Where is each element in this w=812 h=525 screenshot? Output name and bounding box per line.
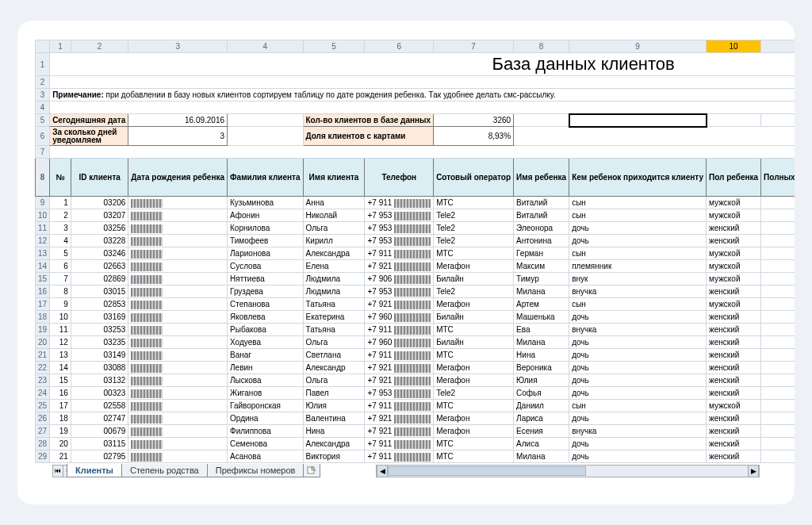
cell-gender[interactable]: женский xyxy=(707,450,761,463)
cell-dob[interactable] xyxy=(128,374,228,387)
cell-age[interactable]: ✓ 2 xyxy=(761,311,795,324)
row-header[interactable]: 1 xyxy=(36,53,50,76)
cell-gender[interactable]: женский xyxy=(707,285,761,298)
row-header[interactable]: 12 xyxy=(36,235,50,247)
cell-phone[interactable]: +7 953 xyxy=(365,209,434,222)
cell-id[interactable]: 03149 xyxy=(71,349,128,362)
cell-phone[interactable]: +7 921 xyxy=(365,425,434,438)
th-phone[interactable]: Телефон xyxy=(365,159,434,197)
col-header[interactable]: 9 xyxy=(569,40,707,53)
cell-phone[interactable]: +7 953 xyxy=(365,387,434,400)
cell-surname[interactable]: Ходуева xyxy=(228,336,303,349)
clients-count-value[interactable]: 3260 xyxy=(434,114,514,127)
cell-phone[interactable]: +7 921 xyxy=(365,374,434,387)
cell-gender[interactable]: женский xyxy=(707,387,761,400)
cell-surname[interactable]: Лыскова xyxy=(228,374,303,387)
cell-name[interactable]: Валентина xyxy=(303,412,365,425)
cell-name[interactable]: Татьяна xyxy=(303,298,365,311)
scroll-thumb[interactable] xyxy=(388,466,586,476)
row-header[interactable]: 13 xyxy=(36,247,50,260)
cell-age[interactable]: ✓ 2 xyxy=(761,285,795,298)
cell-name[interactable]: Ольга xyxy=(303,222,365,235)
col-header[interactable]: 4 xyxy=(228,40,303,53)
tab-nav-first[interactable]: ⏮ xyxy=(52,465,63,477)
cell-id[interactable]: 02869 xyxy=(71,273,128,285)
cell-surname[interactable]: Левин xyxy=(228,362,303,374)
cell-n[interactable]: 8 xyxy=(50,285,71,298)
cell-phone[interactable]: +7 911 xyxy=(365,247,434,260)
cell-id[interactable]: 02558 xyxy=(71,400,128,412)
cell-operator[interactable]: Tele2 xyxy=(434,285,514,298)
row-header[interactable]: 2 xyxy=(36,76,50,89)
cell-name[interactable]: Людмила xyxy=(303,285,365,298)
cell-n[interactable]: 4 xyxy=(50,235,71,247)
cell-phone[interactable]: +7 921 xyxy=(365,362,434,374)
th-age[interactable]: Полных лет ребенку на сегодня xyxy=(761,159,795,197)
cell-n[interactable]: 19 xyxy=(50,425,71,438)
cell-gender[interactable]: женский xyxy=(707,311,761,324)
cell-operator[interactable]: Мегафон xyxy=(434,260,514,273)
cell-surname[interactable]: Суслова xyxy=(228,260,303,273)
cell-gender[interactable]: мужской xyxy=(707,197,761,209)
row-header[interactable]: 22 xyxy=(36,362,50,374)
th-dob[interactable]: Дата рождения ребенка xyxy=(128,159,228,197)
cell-name[interactable]: Александра xyxy=(303,247,365,260)
cell-name[interactable]: Нина xyxy=(303,425,365,438)
cell-surname[interactable]: Жиганов xyxy=(228,387,303,400)
cell-gender[interactable]: женский xyxy=(707,324,761,336)
row-header[interactable]: 21 xyxy=(36,349,50,362)
cell-operator[interactable]: Мегафон xyxy=(434,374,514,387)
row-header[interactable]: 28 xyxy=(36,438,50,450)
cell-name[interactable]: Ольга xyxy=(303,336,365,349)
cell-n[interactable]: 9 xyxy=(50,298,71,311)
cell-operator[interactable]: Tele2 xyxy=(434,209,514,222)
cell-id[interactable]: 03115 xyxy=(71,438,128,450)
cell-name[interactable]: Анна xyxy=(303,197,365,209)
cell-relation[interactable]: дочь xyxy=(569,235,707,247)
sheet-title[interactable]: База данных клиентов xyxy=(50,53,795,76)
cell-age[interactable]: ✓ 2 xyxy=(761,273,795,285)
col-header[interactable]: 8 xyxy=(514,40,569,53)
cell-n[interactable]: 7 xyxy=(50,273,71,285)
cell-surname[interactable]: Рыбакова xyxy=(228,324,303,336)
cell-n[interactable]: 5 xyxy=(50,247,71,260)
th-id[interactable]: ID клиента xyxy=(71,159,128,197)
cell-operator[interactable]: Мегафон xyxy=(434,425,514,438)
cell-n[interactable]: 11 xyxy=(50,324,71,336)
cell-phone[interactable]: +7 911 xyxy=(365,349,434,362)
cell[interactable] xyxy=(50,146,795,159)
cell-gender[interactable]: женский xyxy=(707,438,761,450)
cell-child[interactable]: Тимур xyxy=(514,273,569,285)
cards-share-value[interactable]: 8,93% xyxy=(434,127,514,146)
cell-child[interactable]: Машенька xyxy=(514,311,569,324)
row-header[interactable]: 27 xyxy=(36,425,50,438)
cell-dob[interactable] xyxy=(128,285,228,298)
row-header[interactable]: 25 xyxy=(36,400,50,412)
cell-child[interactable]: Ева xyxy=(514,324,569,336)
cell-gender[interactable]: женский xyxy=(707,374,761,387)
clients-count-label[interactable]: Кол-во клиентов в базе данных xyxy=(303,114,434,127)
sheet-tab[interactable]: Префиксы номеров xyxy=(207,464,304,477)
cell-relation[interactable]: сын xyxy=(569,247,707,260)
cell-id[interactable]: 02747 xyxy=(71,412,128,425)
cell-dob[interactable] xyxy=(128,235,228,247)
cell-dob[interactable] xyxy=(128,450,228,463)
cell-phone[interactable]: +7 911 xyxy=(365,450,434,463)
cell-relation[interactable]: дочь xyxy=(569,450,707,463)
cell-age[interactable]: ✓ 2 xyxy=(761,260,795,273)
cell-age[interactable]: ✓ 2 xyxy=(761,387,795,400)
cell-gender[interactable]: женский xyxy=(707,222,761,235)
cell-operator[interactable]: Билайн xyxy=(434,273,514,285)
cell-name[interactable]: Павел xyxy=(303,387,365,400)
th-surname[interactable]: Фамилия клиента xyxy=(228,159,303,197)
cell-id[interactable]: 03015 xyxy=(71,285,128,298)
cell-relation[interactable]: внучка xyxy=(569,285,707,298)
cell-child[interactable]: Алиса xyxy=(514,438,569,450)
cell-age[interactable]: ✓ 2 xyxy=(761,412,795,425)
cell-surname[interactable]: Степанова xyxy=(228,298,303,311)
cell-n[interactable]: 13 xyxy=(50,349,71,362)
cell-operator[interactable]: Tele2 xyxy=(434,387,514,400)
cell-operator[interactable]: МТС xyxy=(434,197,514,209)
cell[interactable] xyxy=(707,114,761,127)
cell-gender[interactable]: мужской xyxy=(707,273,761,285)
